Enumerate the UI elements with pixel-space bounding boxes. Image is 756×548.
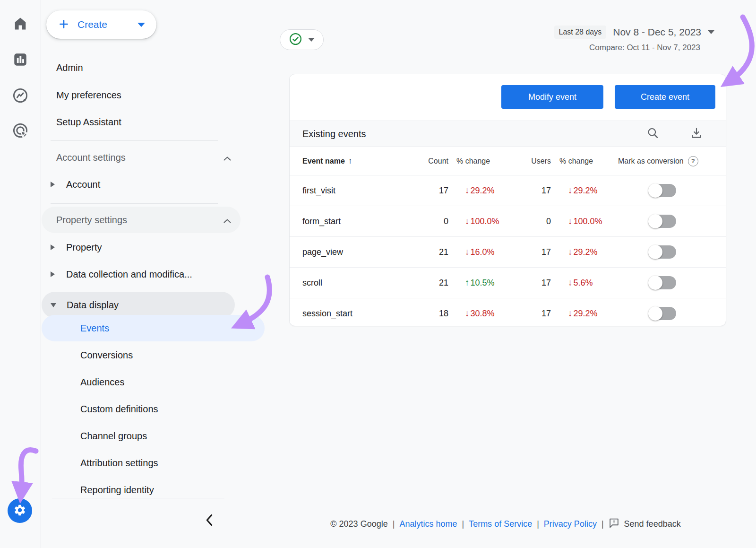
home-icon: [12, 26, 28, 33]
sidebar-divider: [52, 498, 224, 498]
mark-as-conversion-toggle[interactable]: [649, 215, 676, 228]
advertising-nav-button[interactable]: [11, 122, 29, 141]
date-range-preset-badge: Last 28 days: [554, 26, 607, 39]
sidebar-item-data-collection[interactable]: Data collection and modifica...: [42, 266, 235, 283]
users-change-value: 29.2%: [574, 309, 598, 319]
column-event-name-sort[interactable]: Event name ↑: [302, 157, 352, 166]
toggle-thumb: [648, 276, 662, 290]
compare-range-text: Compare: Oct 11 - Nov 7, 2023: [554, 43, 701, 52]
sidebar-item-custom-definitions[interactable]: Custom definitions: [42, 400, 265, 418]
sidebar-item-label: Setup Assistant: [56, 117, 121, 128]
sidebar-item-setup-assistant[interactable]: Setup Assistant: [42, 113, 241, 130]
sidebar-item-channel-groups[interactable]: Channel groups: [42, 427, 265, 444]
sidebar-item-label: Property: [66, 242, 102, 253]
sidebar-divider: [51, 203, 218, 204]
users-change-direction-icon: ↓: [568, 216, 573, 226]
sidebar-item-attribution-settings[interactable]: Attribution settings: [42, 454, 265, 471]
event-count: 18: [401, 309, 448, 319]
sidebar-divider: [51, 140, 218, 141]
count-change-value: 29.2%: [471, 186, 495, 196]
property-status-button[interactable]: [280, 29, 324, 50]
event-name: form_start: [302, 217, 341, 226]
users-change-direction-icon: ↓: [568, 247, 573, 257]
count-change: ↓30.8%: [465, 308, 495, 319]
mark-as-conversion-toggle[interactable]: [649, 307, 676, 320]
mark-as-conversion-toggle[interactable]: [649, 184, 676, 197]
create-event-button[interactable]: Create event: [615, 85, 715, 109]
users-change-value: 29.2%: [574, 247, 598, 257]
section-header-property-settings[interactable]: Property settings: [42, 207, 241, 233]
event-name: page_view: [302, 247, 343, 257]
help-icon[interactable]: ?: [688, 156, 698, 166]
users-change-direction-icon: ↓: [568, 308, 573, 319]
sidebar-item-events-selected[interactable]: Events: [42, 315, 265, 341]
caret-down-icon: [708, 30, 714, 34]
sidebar-item-label: Admin: [56, 62, 83, 73]
events-table-header: Event name ↑ Count % change Users % chan…: [290, 147, 726, 175]
footer-separator: [601, 519, 604, 529]
column-label: Event name: [302, 157, 345, 165]
sidebar-item-my-preferences[interactable]: My preferences: [42, 87, 241, 104]
count-change-value: 16.0%: [471, 247, 495, 257]
create-button-label: Create: [77, 19, 107, 30]
create-dropdown-caret-icon: [137, 23, 145, 27]
existing-events-card: Modify event Create event Existing event…: [289, 74, 726, 326]
sidebar-item-audiences[interactable]: Audiences: [42, 374, 265, 391]
section-header-account-settings[interactable]: Account settings: [42, 149, 241, 166]
column-label: Mark as conversion: [618, 157, 684, 165]
users-change: ↓100.0%: [568, 216, 602, 226]
toggle-thumb: [648, 245, 662, 259]
terms-of-service-link[interactable]: Terms of Service: [469, 519, 532, 529]
users-change: ↓29.2%: [568, 185, 598, 196]
copyright-text: © 2023 Google: [330, 519, 387, 529]
card-title-row: Existing events: [290, 121, 726, 147]
search-button[interactable]: [646, 127, 660, 141]
home-nav-button[interactable]: [12, 16, 28, 33]
sidebar-item-label: Reporting identity: [80, 485, 154, 496]
sidebar-item-admin[interactable]: Admin: [42, 59, 241, 76]
event-table-row: scroll 21 ↑10.5% 17 ↓5.6%: [290, 268, 726, 298]
analytics-home-link[interactable]: Analytics home: [399, 519, 457, 529]
event-count: 17: [401, 186, 448, 196]
users-change-direction-icon: ↓: [568, 278, 573, 288]
users-change-value: 100.0%: [574, 217, 602, 226]
admin-gear-button[interactable]: [8, 498, 32, 523]
column-count-change: % change: [456, 157, 490, 165]
footer-separator: [537, 519, 539, 529]
users-change: ↓29.2%: [568, 247, 598, 257]
collapse-sidebar-button[interactable]: [201, 513, 217, 529]
explore-nav-button[interactable]: [11, 87, 29, 106]
send-feedback-link[interactable]: Send feedback: [609, 517, 681, 531]
date-range-picker[interactable]: Last 28 days Nov 8 - Dec 5, 2023 Compare…: [554, 26, 715, 52]
toggle-thumb: [648, 214, 662, 228]
sidebar-item-account[interactable]: Account: [42, 176, 235, 193]
count-change-value: 30.8%: [471, 309, 495, 319]
download-button[interactable]: [690, 127, 703, 141]
event-table-row: form_start 0 ↓100.0% 0 ↓100.0%: [290, 206, 726, 237]
event-name: session_start: [302, 309, 352, 319]
sidebar-item-label: Custom definitions: [80, 404, 158, 415]
count-change-direction-icon: ↓: [465, 308, 470, 319]
count-change: ↓16.0%: [465, 247, 495, 257]
sidebar-item-label: Attribution settings: [80, 458, 158, 469]
date-range-text: Nov 8 - Dec 5, 2023: [613, 26, 701, 38]
ga4-admin-page: Create Admin My preferences Setup Assist…: [0, 0, 756, 548]
app-rail: [0, 0, 41, 548]
section-label: Property settings: [56, 215, 127, 226]
modify-event-button[interactable]: Modify event: [501, 85, 603, 109]
event-table-row: page_view 21 ↓16.0% 17 ↓29.2%: [290, 237, 726, 268]
event-name: first_visit: [302, 186, 335, 196]
users-change: ↓5.6%: [568, 278, 593, 288]
count-change-direction-icon: ↓: [465, 247, 470, 257]
sidebar-item-reporting-identity[interactable]: Reporting identity: [42, 481, 265, 498]
sidebar-item-data-display[interactable]: Data display: [42, 292, 235, 318]
toggle-thumb: [648, 183, 662, 198]
sidebar-item-property[interactable]: Property: [42, 239, 235, 256]
caret-down-icon: [308, 38, 315, 42]
privacy-policy-link[interactable]: Privacy Policy: [544, 519, 597, 529]
create-button[interactable]: Create: [46, 10, 156, 39]
sidebar-item-conversions[interactable]: Conversions: [42, 347, 265, 364]
mark-as-conversion-toggle[interactable]: [649, 276, 676, 289]
mark-as-conversion-toggle[interactable]: [649, 245, 676, 259]
reports-nav-button[interactable]: [12, 52, 28, 69]
